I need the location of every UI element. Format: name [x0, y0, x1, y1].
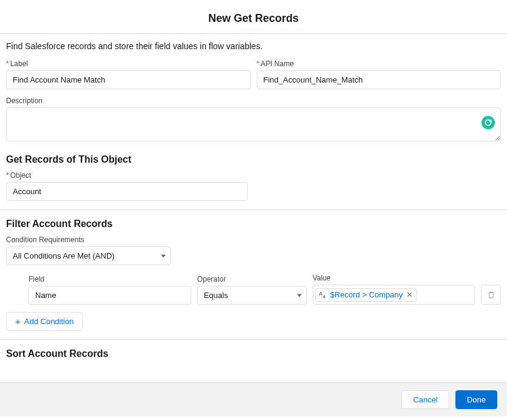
filter-value-input[interactable]: Aa $Record > Company ✕	[313, 285, 475, 305]
filter-section-heading: Filter Account Records	[6, 210, 501, 235]
api-name-field-label: *API Name	[257, 59, 502, 68]
svg-text:a: a	[323, 294, 325, 299]
add-condition-button[interactable]: + Add Condition	[6, 312, 83, 331]
add-condition-label: Add Condition	[24, 317, 74, 326]
trash-icon	[487, 291, 495, 299]
label-field-label: *Label	[6, 59, 251, 68]
object-field-label: *Object	[6, 171, 248, 180]
plus-icon: +	[15, 317, 21, 326]
svg-text:A: A	[319, 291, 323, 297]
value-pill: Aa $Record > Company ✕	[315, 288, 418, 302]
delete-condition-button[interactable]	[481, 285, 501, 305]
text-type-icon: Aa	[318, 290, 328, 300]
filter-field-input[interactable]	[29, 286, 191, 305]
intro-text: Find Salesforce records and store their …	[6, 41, 501, 59]
condition-req-label: Condition Requirements	[6, 235, 501, 244]
cancel-button[interactable]: Cancel	[401, 390, 449, 409]
description-input[interactable]	[6, 107, 501, 141]
filter-operator-label: Operator	[197, 275, 307, 283]
pill-remove-icon[interactable]: ✕	[405, 290, 413, 299]
filter-value-label: Value	[313, 274, 475, 282]
modal-title: New Get Records	[0, 0, 507, 33]
done-button[interactable]: Done	[455, 390, 497, 409]
modal-footer: Cancel Done	[0, 382, 507, 416]
filter-field-label: Field	[29, 275, 191, 283]
value-pill-text: $Record > Company	[330, 290, 403, 299]
object-input[interactable]	[6, 182, 248, 201]
sort-section-heading: Sort Account Records	[6, 340, 501, 365]
label-input[interactable]	[6, 70, 251, 89]
grammarly-icon[interactable]	[481, 116, 495, 129]
api-name-input[interactable]	[257, 70, 502, 89]
object-section-heading: Get Records of This Object	[6, 146, 501, 171]
condition-req-select[interactable]: All Conditions Are Met (AND)	[6, 246, 171, 265]
filter-operator-select[interactable]: Equals	[197, 286, 307, 305]
description-label: Description	[6, 97, 501, 105]
